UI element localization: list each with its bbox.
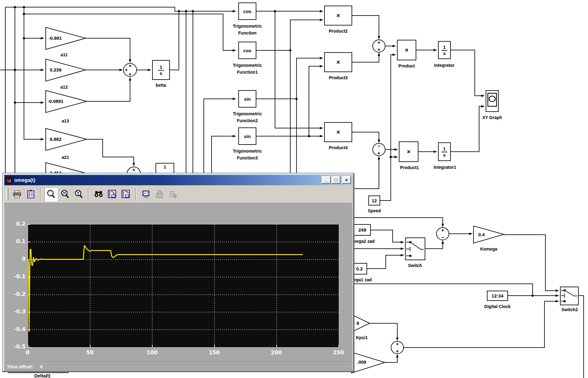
sum5-sign-top: +: [441, 228, 444, 233]
trig1-fn: cos: [243, 48, 251, 53]
maximize-button[interactable]: □: [331, 176, 340, 184]
sum1-sign-top: +: [128, 63, 131, 68]
trig-function3-block[interactable]: sin: [238, 127, 256, 145]
properties-icon[interactable]: [140, 187, 152, 201]
sum6-sign-bottom: +: [396, 349, 399, 354]
trig1-label1: Trigonometric: [233, 63, 262, 68]
gain-a12-label: a12: [60, 85, 68, 90]
product-block[interactable]: ×: [397, 40, 416, 60]
integrator-block[interactable]: 1s: [438, 41, 451, 59]
omega2zad-value: 249: [358, 227, 366, 233]
gain-a13-value[interactable]: -0.0891: [48, 99, 63, 104]
y-tick-label: 0.2: [9, 221, 26, 227]
switch2-label: Switch2: [562, 307, 578, 312]
y-tick-label: -0.2: [9, 291, 26, 297]
switch-label: Switch: [408, 263, 422, 268]
digital-clock-label: Digital Clock: [484, 304, 511, 309]
product-symbol: ×: [405, 47, 408, 54]
switch-block[interactable]: [405, 237, 425, 260]
gain-a11-value[interactable]: -0.891: [49, 35, 62, 41]
sum1-sign-bottom: +: [128, 72, 131, 77]
product1-label: Product1: [400, 165, 419, 170]
parameters-icon[interactable]: [25, 187, 37, 201]
simulink-model-canvas: -0.891 a11 0.239 a12 -0.0891 a13 6.882 a…: [0, 0, 588, 378]
scope-window[interactable]: omega(t) _ □ ×: [2, 173, 354, 372]
switch2-block[interactable]: [560, 287, 579, 305]
hidden-num: 1: [164, 164, 166, 169]
scope-figure-area: 0.20.10-0.1-0.2-0.3-0.4-0.5 050100150200…: [4, 203, 352, 362]
product2-symbol: ×: [336, 12, 340, 19]
x-tick-label: 0: [18, 349, 37, 356]
sum4-sign-bottom: +: [377, 151, 380, 156]
scope-toolbar: [4, 185, 352, 203]
xy-graph-block[interactable]: [486, 90, 499, 112]
autoscale-icon[interactable]: [92, 187, 105, 201]
toolbar-grip[interactable]: [6, 188, 8, 201]
speed-label: Speed: [368, 208, 381, 213]
product3-block[interactable]: ×: [324, 52, 352, 72]
product2-label: Product2: [329, 29, 348, 34]
sum1-sign-left: +: [125, 67, 128, 72]
zoom-icon[interactable]: [44, 187, 58, 201]
integrator1-block[interactable]: 1s: [438, 142, 451, 161]
integrator1-num: 1: [441, 146, 447, 152]
restore-axes-icon[interactable]: [120, 187, 132, 201]
trig-function2-block[interactable]: sin: [238, 90, 256, 108]
gain-a21-label: a21: [62, 155, 69, 160]
trig-label1: Trigonometric: [233, 24, 262, 29]
integrator-betta-block[interactable]: 1s: [152, 60, 170, 80]
signal-selection-icon[interactable]: [167, 187, 180, 201]
digital-clock-block[interactable]: 12:34: [487, 291, 508, 301]
omega1zad-value: 0.2: [356, 266, 363, 271]
matlab-icon: [6, 177, 12, 184]
scope-chart: [28, 224, 339, 347]
x-tick-label: 150: [205, 349, 223, 356]
trig2-label2: Function2: [237, 118, 258, 123]
product2-block[interactable]: ×: [324, 6, 352, 25]
gain-komega-label: Komega: [480, 247, 497, 251]
gain-kpsi1-value[interactable]: 8: [357, 320, 359, 326]
trig2-fn: sin: [244, 96, 251, 102]
lock-axes-icon[interactable]: [153, 187, 166, 201]
save-axes-icon[interactable]: [106, 187, 119, 201]
integrator-label: Integrator: [434, 63, 454, 68]
gain-k009-value[interactable]: .009: [357, 359, 366, 365]
gain-a12-value[interactable]: 0.239: [50, 67, 62, 72]
delta-scope-label: Delta(t): [34, 373, 50, 378]
product3-symbol: ×: [336, 59, 340, 66]
xy-graph-label: XY Graph: [482, 115, 502, 120]
trig3-label1: Trigonometric: [233, 149, 262, 154]
integrator-num: 1: [441, 44, 447, 51]
product4-block[interactable]: ×: [324, 122, 352, 142]
sum2-sign-top: +: [132, 168, 135, 173]
sum6-sign-top: +: [396, 342, 399, 347]
omega1zad-constant-block[interactable]: 0.2: [352, 263, 367, 274]
trig3-label2: Function3: [237, 155, 258, 160]
trig2-label1: Trigonometric: [233, 111, 262, 116]
gain-a11-label: a11: [61, 52, 68, 57]
window-title: omega(t): [14, 177, 35, 183]
gain-a21-value[interactable]: 6.882: [50, 136, 62, 142]
sum4-sign-top: −: [377, 144, 380, 149]
product1-block[interactable]: ×: [399, 141, 418, 162]
close-button[interactable]: ×: [342, 176, 351, 184]
product3-label: Product3: [329, 75, 348, 80]
y-tick-label: -0.4: [9, 326, 26, 332]
printer-icon[interactable]: [11, 187, 23, 201]
minimize-button[interactable]: _: [322, 176, 331, 184]
integrator1-den: s: [443, 152, 446, 158]
omega2zad-constant-block[interactable]: 249: [354, 224, 371, 236]
integrator-betta-label: betta: [156, 83, 166, 88]
speed-constant-block[interactable]: 12: [368, 196, 380, 205]
trig-function1-block[interactable]: cos: [238, 42, 256, 59]
titlebar[interactable]: omega(t) _ □ ×: [4, 175, 352, 185]
zoom-y-icon[interactable]: [72, 187, 85, 201]
trig-function-block[interactable]: cos: [238, 2, 256, 20]
gain-komega-value[interactable]: 0.4: [478, 232, 485, 237]
x-tick-label: 100: [143, 349, 161, 356]
toolbar-separator: [88, 188, 89, 201]
x-tick-label: 250: [329, 349, 348, 356]
zoom-x-icon[interactable]: [59, 187, 71, 201]
product4-label: Product4: [329, 145, 348, 150]
scope-plot[interactable]: [28, 224, 339, 348]
